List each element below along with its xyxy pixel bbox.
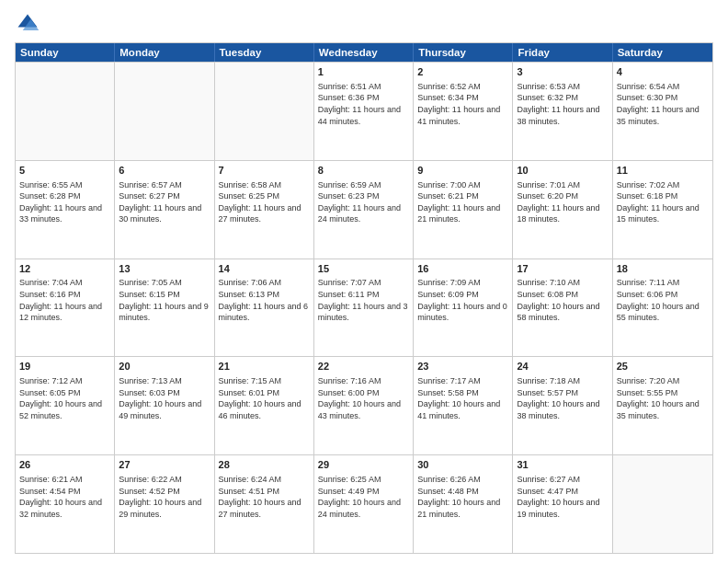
day-info: Sunrise: 7:09 AM Sunset: 6:09 PM Dayligh… [417,277,508,323]
day-cell-22: 22Sunrise: 7:16 AM Sunset: 6:00 PM Dayli… [314,357,414,454]
day-cell-30: 30Sunrise: 6:26 AM Sunset: 4:48 PM Dayli… [414,455,513,553]
day-info: Sunrise: 7:06 AM Sunset: 6:13 PM Dayligh… [219,277,310,323]
day-info: Sunrise: 6:26 AM Sunset: 4:48 PM Dayligh… [417,474,508,520]
day-cell-23: 23Sunrise: 7:17 AM Sunset: 5:58 PM Dayli… [414,357,513,454]
day-cell-20: 20Sunrise: 7:13 AM Sunset: 6:03 PM Dayli… [115,357,214,454]
day-number: 16 [417,262,508,276]
day-info: Sunrise: 7:20 AM Sunset: 5:55 PM Dayligh… [617,375,709,421]
day-number: 31 [517,458,608,472]
day-info: Sunrise: 7:07 AM Sunset: 6:11 PM Dayligh… [318,277,409,323]
day-info: Sunrise: 6:54 AM Sunset: 6:30 PM Dayligh… [617,81,709,127]
day-info: Sunrise: 6:57 AM Sunset: 6:27 PM Dayligh… [119,179,210,225]
day-cell-6: 6Sunrise: 6:57 AM Sunset: 6:27 PM Daylig… [115,161,214,259]
weekday-header-tuesday: Tuesday [215,43,314,62]
weekday-header-wednesday: Wednesday [314,43,414,62]
day-number: 19 [19,360,110,373]
page: SundayMondayTuesdayWednesdayThursdayFrid… [0,0,728,563]
day-info: Sunrise: 6:22 AM Sunset: 4:52 PM Dayligh… [119,474,210,520]
day-number: 10 [517,164,608,178]
day-info: Sunrise: 6:51 AM Sunset: 6:36 PM Dayligh… [318,81,409,127]
day-number: 8 [318,164,409,178]
day-number: 26 [19,458,110,472]
calendar-row-2: 12Sunrise: 7:04 AM Sunset: 6:16 PM Dayli… [16,259,712,357]
day-cell-12: 12Sunrise: 7:04 AM Sunset: 6:16 PM Dayli… [16,259,115,357]
day-cell-27: 27Sunrise: 6:22 AM Sunset: 4:52 PM Dayli… [115,455,214,553]
day-cell-15: 15Sunrise: 7:07 AM Sunset: 6:11 PM Dayli… [314,259,414,357]
day-info: Sunrise: 6:58 AM Sunset: 6:25 PM Dayligh… [219,179,310,225]
day-cell-24: 24Sunrise: 7:18 AM Sunset: 5:57 PM Dayli… [513,357,612,454]
day-number: 22 [318,360,409,373]
day-number: 13 [119,262,210,276]
day-number: 14 [219,262,310,276]
day-number: 12 [19,262,110,276]
day-cell-11: 11Sunrise: 7:02 AM Sunset: 6:18 PM Dayli… [613,161,712,259]
day-cell-14: 14Sunrise: 7:06 AM Sunset: 6:13 PM Dayli… [215,259,314,357]
day-number: 30 [417,458,508,472]
day-info: Sunrise: 7:12 AM Sunset: 6:05 PM Dayligh… [19,375,110,421]
day-number: 15 [318,262,409,276]
day-info: Sunrise: 7:04 AM Sunset: 6:16 PM Dayligh… [19,277,110,323]
day-info: Sunrise: 7:15 AM Sunset: 6:01 PM Dayligh… [219,375,310,421]
day-info: Sunrise: 7:05 AM Sunset: 6:15 PM Dayligh… [119,277,210,323]
day-cell-26: 26Sunrise: 6:21 AM Sunset: 4:54 PM Dayli… [16,455,115,553]
empty-cell [215,63,314,160]
day-number: 6 [119,164,210,178]
day-info: Sunrise: 7:01 AM Sunset: 6:20 PM Dayligh… [517,179,608,225]
empty-cell [115,63,214,160]
day-number: 25 [617,360,709,373]
day-cell-5: 5Sunrise: 6:55 AM Sunset: 6:28 PM Daylig… [16,161,115,259]
day-number: 21 [219,360,310,373]
day-info: Sunrise: 7:13 AM Sunset: 6:03 PM Dayligh… [119,375,210,421]
day-cell-29: 29Sunrise: 6:25 AM Sunset: 4:49 PM Dayli… [314,455,414,553]
logo-icon [15,11,40,37]
day-cell-1: 1Sunrise: 6:51 AM Sunset: 6:36 PM Daylig… [314,63,414,160]
day-cell-4: 4Sunrise: 6:54 AM Sunset: 6:30 PM Daylig… [613,63,712,160]
day-info: Sunrise: 6:53 AM Sunset: 6:32 PM Dayligh… [517,81,608,127]
calendar-row-3: 19Sunrise: 7:12 AM Sunset: 6:05 PM Dayli… [16,356,712,454]
day-cell-7: 7Sunrise: 6:58 AM Sunset: 6:25 PM Daylig… [215,161,314,259]
day-info: Sunrise: 6:21 AM Sunset: 4:54 PM Dayligh… [19,474,110,520]
day-info: Sunrise: 7:16 AM Sunset: 6:00 PM Dayligh… [318,375,409,421]
day-number: 3 [517,65,608,79]
weekday-header-saturday: Saturday [613,43,712,62]
day-number: 20 [119,360,210,373]
calendar-row-1: 5Sunrise: 6:55 AM Sunset: 6:28 PM Daylig… [16,160,712,259]
day-info: Sunrise: 7:17 AM Sunset: 5:58 PM Dayligh… [417,375,508,421]
day-cell-3: 3Sunrise: 6:53 AM Sunset: 6:32 PM Daylig… [513,63,612,160]
day-cell-31: 31Sunrise: 6:27 AM Sunset: 4:47 PM Dayli… [513,455,612,553]
day-cell-2: 2Sunrise: 6:52 AM Sunset: 6:34 PM Daylig… [414,63,513,160]
calendar: SundayMondayTuesdayWednesdayThursdayFrid… [15,42,713,554]
day-info: Sunrise: 6:27 AM Sunset: 4:47 PM Dayligh… [517,474,608,520]
day-number: 2 [417,65,508,79]
day-cell-8: 8Sunrise: 6:59 AM Sunset: 6:23 PM Daylig… [314,161,414,259]
day-number: 28 [219,458,310,472]
logo [15,11,44,37]
day-number: 7 [219,164,310,178]
day-number: 1 [318,65,409,79]
calendar-header: SundayMondayTuesdayWednesdayThursdayFrid… [16,43,712,62]
day-number: 17 [517,262,608,276]
day-info: Sunrise: 7:02 AM Sunset: 6:18 PM Dayligh… [617,179,709,225]
day-info: Sunrise: 6:55 AM Sunset: 6:28 PM Dayligh… [19,179,110,225]
day-number: 9 [417,164,508,178]
day-cell-16: 16Sunrise: 7:09 AM Sunset: 6:09 PM Dayli… [414,259,513,357]
calendar-body: 1Sunrise: 6:51 AM Sunset: 6:36 PM Daylig… [16,62,712,553]
day-number: 18 [617,262,709,276]
day-info: Sunrise: 7:00 AM Sunset: 6:21 PM Dayligh… [417,179,508,225]
weekday-header-thursday: Thursday [414,43,513,62]
day-cell-17: 17Sunrise: 7:10 AM Sunset: 6:08 PM Dayli… [513,259,612,357]
day-cell-28: 28Sunrise: 6:24 AM Sunset: 4:51 PM Dayli… [215,455,314,553]
day-info: Sunrise: 7:11 AM Sunset: 6:06 PM Dayligh… [617,277,709,323]
day-info: Sunrise: 6:24 AM Sunset: 4:51 PM Dayligh… [219,474,310,520]
day-cell-18: 18Sunrise: 7:11 AM Sunset: 6:06 PM Dayli… [613,259,712,357]
day-number: 27 [119,458,210,472]
weekday-header-friday: Friday [513,43,612,62]
day-info: Sunrise: 6:25 AM Sunset: 4:49 PM Dayligh… [318,474,409,520]
header [15,11,713,37]
day-cell-21: 21Sunrise: 7:15 AM Sunset: 6:01 PM Dayli… [215,357,314,454]
day-number: 29 [318,458,409,472]
day-cell-13: 13Sunrise: 7:05 AM Sunset: 6:15 PM Dayli… [115,259,214,357]
empty-cell [16,63,115,160]
day-cell-25: 25Sunrise: 7:20 AM Sunset: 5:55 PM Dayli… [613,357,712,454]
day-info: Sunrise: 7:10 AM Sunset: 6:08 PM Dayligh… [517,277,608,323]
